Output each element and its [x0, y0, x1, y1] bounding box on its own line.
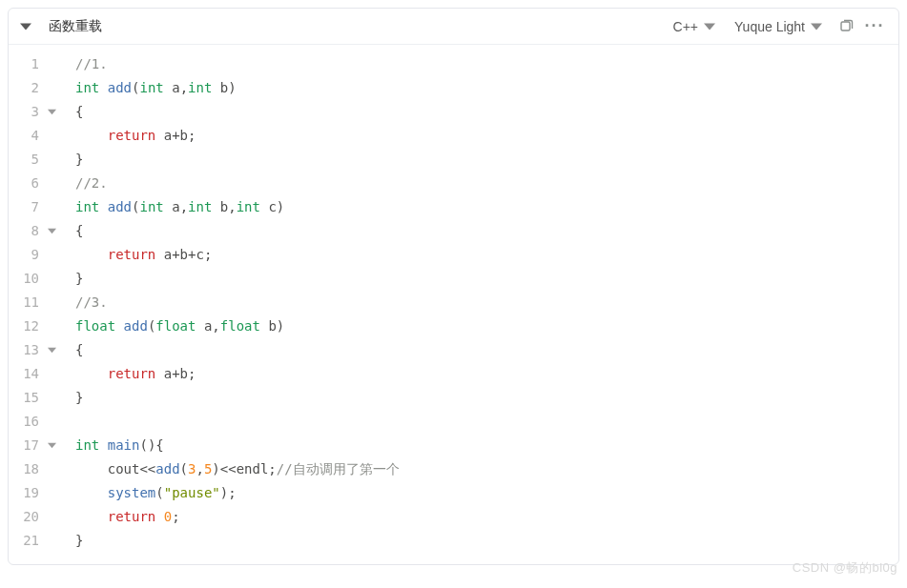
gutter-line: 17	[9, 434, 62, 457]
code-line[interactable]: //3.	[75, 291, 898, 314]
code-line[interactable]: {	[75, 338, 898, 362]
code-line[interactable]: float add(float a,float b)	[75, 314, 898, 338]
code-editor: 函数重载 C++ Yuque Light ··· 123456789101112…	[8, 8, 899, 565]
line-number: 13	[9, 338, 45, 362]
line-gutter: 123456789101112131415161718192021	[9, 52, 62, 553]
code-line[interactable]: int main(){	[75, 434, 898, 457]
watermark: CSDN @畅的bl0g	[8, 559, 899, 577]
gutter-line: 11	[9, 291, 62, 314]
code-line[interactable]: }	[75, 267, 898, 291]
gutter-line: 6	[9, 172, 62, 195]
svg-rect-0	[841, 22, 850, 30]
code-line[interactable]: //2.	[75, 172, 898, 195]
gutter-line: 7	[9, 195, 62, 219]
line-number: 5	[9, 148, 45, 172]
code-line[interactable]: return 0;	[75, 505, 898, 529]
code-line[interactable]: return a+b;	[75, 362, 898, 386]
line-number: 6	[9, 172, 45, 195]
line-number: 8	[9, 219, 45, 243]
line-number: 12	[9, 314, 45, 338]
line-number: 17	[9, 434, 45, 457]
line-number: 19	[9, 481, 45, 505]
copy-icon	[838, 19, 854, 34]
gutter-line: 8	[9, 219, 62, 243]
chevron-down-icon	[20, 21, 31, 32]
line-number: 20	[9, 505, 45, 529]
gutter-line: 12	[9, 314, 62, 338]
gutter-line: 16	[9, 410, 62, 434]
gutter-line: 5	[9, 148, 62, 172]
chevron-down-icon	[704, 21, 715, 32]
gutter-line: 4	[9, 124, 62, 148]
gutter-line: 19	[9, 481, 62, 505]
theme-select[interactable]: Yuque Light	[725, 19, 832, 34]
collapse-button[interactable]	[12, 21, 39, 32]
line-number: 7	[9, 195, 45, 219]
gutter-line: 14	[9, 362, 62, 386]
line-number: 16	[9, 410, 45, 434]
line-number: 3	[9, 100, 45, 124]
code-line[interactable]: {	[75, 100, 898, 124]
editor-header: 函数重载 C++ Yuque Light ···	[9, 9, 898, 45]
fold-toggle[interactable]	[45, 108, 58, 116]
gutter-line: 2	[9, 76, 62, 100]
code-line[interactable]: //1.	[75, 52, 898, 76]
ellipsis-icon: ···	[864, 16, 884, 36]
gutter-line: 1	[9, 52, 62, 76]
language-select[interactable]: C++	[664, 19, 725, 34]
code-line[interactable]: }	[75, 386, 898, 410]
fold-toggle[interactable]	[45, 346, 58, 355]
code-line[interactable]: {	[75, 219, 898, 243]
fold-toggle[interactable]	[45, 441, 58, 450]
code-line[interactable]: cout<<add(3,5)<<endl;//自动调用了第一个	[75, 457, 898, 481]
code-line[interactable]: }	[75, 148, 898, 172]
line-number: 1	[9, 52, 45, 76]
line-number: 14	[9, 362, 45, 386]
code-line[interactable]	[75, 410, 898, 434]
fold-toggle[interactable]	[45, 227, 58, 235]
theme-label: Yuque Light	[734, 19, 805, 34]
code-title[interactable]: 函数重载	[39, 18, 102, 35]
line-number: 2	[9, 76, 45, 100]
code-line[interactable]: int add(int a,int b,int c)	[75, 195, 898, 219]
line-number: 4	[9, 124, 45, 148]
language-label: C++	[673, 19, 698, 34]
line-number: 9	[9, 243, 45, 267]
gutter-line: 18	[9, 457, 62, 481]
gutter-line: 10	[9, 267, 62, 291]
more-button[interactable]: ···	[860, 12, 889, 41]
gutter-line: 9	[9, 243, 62, 267]
code-line[interactable]: return a+b+c;	[75, 243, 898, 267]
line-number: 11	[9, 291, 45, 314]
code-line[interactable]: int add(int a,int b)	[75, 76, 898, 100]
line-number: 10	[9, 267, 45, 291]
gutter-line: 21	[9, 529, 62, 553]
line-number: 15	[9, 386, 45, 410]
line-number: 18	[9, 457, 45, 481]
code-area[interactable]: 123456789101112131415161718192021 //1.in…	[9, 45, 898, 564]
copy-button[interactable]	[832, 12, 860, 41]
code-line[interactable]: return a+b;	[75, 124, 898, 148]
code-content[interactable]: //1.int add(int a,int b){ return a+b;}//…	[62, 52, 898, 553]
gutter-line: 3	[9, 100, 62, 124]
line-number: 21	[9, 529, 45, 553]
code-line[interactable]: }	[75, 529, 898, 553]
gutter-line: 20	[9, 505, 62, 529]
gutter-line: 13	[9, 338, 62, 362]
code-line[interactable]: system("pause");	[75, 481, 898, 505]
gutter-line: 15	[9, 386, 62, 410]
chevron-down-icon	[811, 21, 822, 32]
